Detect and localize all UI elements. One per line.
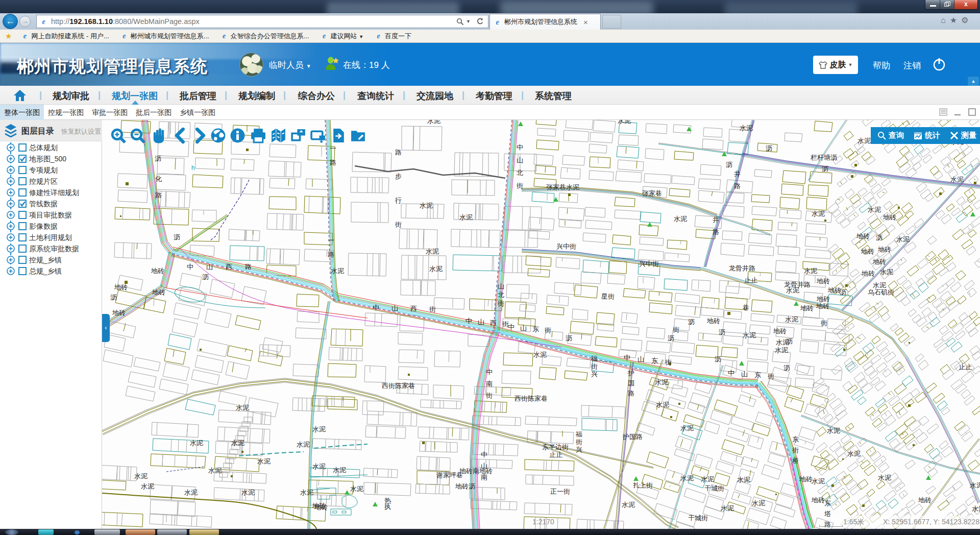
svg-text:水泥: 水泥 [972,505,980,513]
svg-text:地砖: 地砖 [114,283,128,291]
svg-text:街: 街 [768,372,774,380]
svg-text:路: 路 [395,149,402,156]
svg-text:福: 福 [575,430,582,438]
svg-text:沥: 沥 [786,337,793,345]
svg-text:控规片区: 控规片区 [29,177,58,185]
svg-text:东: 东 [754,371,761,379]
svg-text:地砖: 地砖 [862,270,875,277]
svg-text:巷: 巷 [743,304,749,311]
svg-text:街: 街 [821,319,827,327]
svg-text:水泥: 水泥 [141,482,154,490]
svg-text:山: 山 [517,156,523,164]
svg-text:山: 山 [478,318,484,326]
svg-text:水泥: 水泥 [420,202,433,209]
svg-text:一: 一 [328,236,334,244]
svg-text:水泥: 水泥 [236,404,249,411]
svg-text:水泥: 水泥 [880,268,893,276]
svg-text:地砖: 地砖 [151,267,164,275]
svg-text:山: 山 [206,263,213,271]
svg-text:水泥: 水泥 [426,248,439,255]
svg-text:止止: 止止 [744,276,757,284]
svg-text:水泥: 水泥 [896,235,910,243]
svg-text:水泥: 水泥 [737,476,750,483]
svg-text:行: 行 [395,197,402,204]
svg-text:水泥: 水泥 [721,504,734,512]
svg-text:中: 中 [481,451,487,458]
svg-text:水泥: 水泥 [312,425,326,433]
svg-text:化: 化 [155,175,162,183]
svg-text:水泥: 水泥 [752,499,765,507]
svg-text:水泥: 水泥 [857,137,871,144]
svg-text:国: 国 [628,379,634,387]
svg-text:水泥: 水泥 [775,346,788,354]
svg-text:中: 中 [517,143,523,151]
svg-text:项目审批数据: 项目审批数据 [29,211,72,219]
svg-text:西街陈家巷: 西街陈家巷 [514,395,548,402]
svg-text:地砖: 地砖 [773,327,787,335]
svg-text:街: 街 [429,305,436,313]
svg-text:路: 路 [734,182,741,190]
svg-text:水泥: 水泥 [655,378,668,386]
svg-text:水泥: 水泥 [297,441,310,448]
svg-text:路: 路 [330,159,336,166]
svg-text:水泥: 水泥 [786,286,799,294]
svg-text:路: 路 [245,263,252,271]
svg-text:星街: 星街 [601,293,615,300]
svg-text:桥: 桥 [792,457,799,465]
svg-text:沥: 沥 [110,294,117,301]
svg-text:地砖: 地砖 [817,277,830,285]
svg-text:水泥: 水泥 [257,457,271,465]
svg-text:沥: 沥 [202,273,209,281]
svg-text:井: 井 [713,216,719,224]
svg-text:山: 山 [638,355,644,363]
svg-text:地砖: 地砖 [883,213,896,221]
svg-text:街: 街 [792,446,799,454]
svg-text:路: 路 [713,228,719,236]
svg-text:执: 执 [384,503,391,510]
svg-text:水泥: 水泥 [533,351,547,358]
svg-text:北: 北 [498,291,504,299]
svg-text:路: 路 [155,191,162,199]
svg-text:水泥: 水泥 [743,331,756,339]
svg-text:专项规划: 专项规划 [29,166,58,174]
svg-text:中: 中 [624,354,630,361]
svg-text:地砖: 地砖 [817,295,830,303]
svg-text:塔: 塔 [824,510,831,518]
svg-text:龙骨井路: 龙骨井路 [729,264,755,272]
svg-text:正一街: 正一街 [550,488,570,495]
svg-text:水泥: 水泥 [812,477,825,485]
svg-text:水泥: 水泥 [134,472,148,480]
svg-text:控规_乡镇: 控规_乡镇 [29,256,62,264]
svg-text:水泥: 水泥 [429,265,443,273]
svg-text:地砖: 地砖 [152,288,165,296]
svg-text:街: 街 [395,221,402,228]
svg-text:中: 中 [187,263,193,271]
svg-text:地砖: 地砖 [861,248,874,255]
svg-text:水泥: 水泥 [970,481,980,489]
svg-text:地砖南地砖: 地砖南地砖 [459,467,493,475]
svg-text:水泥: 水泥 [241,489,255,496]
svg-text:水泥: 水泥 [618,120,631,125]
svg-text:地砖: 地砖 [918,496,932,504]
svg-text:西: 西 [490,319,497,327]
svg-text:一: 一 [330,144,336,152]
svg-text:水泥: 水泥 [459,213,473,221]
svg-text:水泥: 水泥 [878,474,891,481]
svg-text:土地利用规划: 土地利用规划 [29,233,72,241]
svg-text:水泥: 水泥 [184,489,198,496]
svg-text:h: h [191,164,195,172]
svg-text:中: 中 [508,323,514,331]
svg-text:水泥: 水泥 [873,281,886,289]
svg-text:水泥: 水泥 [812,210,825,217]
svg-text:西: 西 [226,263,232,271]
svg-text:地砖: 地砖 [800,304,814,312]
svg-text:管线数据: 管线数据 [29,200,58,208]
svg-text:地砖: 地砖 [707,317,720,325]
svg-text:扎上街: 扎上街 [633,481,653,489]
svg-text:水泥: 水泥 [350,485,363,493]
svg-text:水泥: 水泥 [333,466,346,474]
svg-text:水泥: 水泥 [804,267,817,275]
svg-text:山: 山 [391,304,398,312]
svg-text:山: 山 [498,282,504,290]
svg-text:南: 南 [486,380,493,387]
